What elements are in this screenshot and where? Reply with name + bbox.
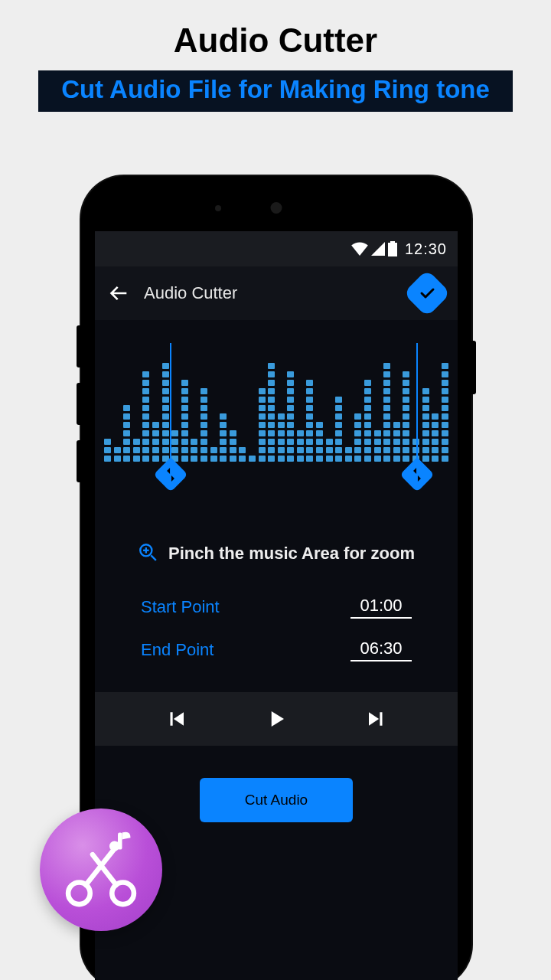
battery-icon xyxy=(388,241,397,256)
start-point-label: Start Point xyxy=(141,597,220,617)
waveform-bar xyxy=(201,388,207,462)
cut-audio-button[interactable]: Cut Audio xyxy=(200,778,353,822)
svg-rect-0 xyxy=(390,241,395,243)
start-point-row: Start Point 01:00 xyxy=(141,596,412,619)
svg-rect-1 xyxy=(388,243,397,256)
waveform-bar xyxy=(326,439,333,462)
waveform-bar xyxy=(104,439,111,462)
waveform-bar xyxy=(345,447,352,462)
waveform-bar xyxy=(181,380,188,462)
waveform-bar xyxy=(210,447,217,462)
waveform-bar xyxy=(354,413,361,462)
svg-rect-11 xyxy=(118,833,122,850)
waveform-bar xyxy=(142,371,149,462)
app-bar: Audio Cutter xyxy=(95,266,458,320)
app-badge-icon xyxy=(40,808,162,931)
waveform-bar xyxy=(316,422,323,462)
end-point-label: End Point xyxy=(141,640,214,660)
waveform-bar xyxy=(249,456,256,462)
wifi-icon xyxy=(351,242,368,256)
waveform-bar xyxy=(230,430,236,462)
waveform-bar xyxy=(171,430,178,462)
waveform-bar xyxy=(442,363,448,462)
waveform-bar xyxy=(297,430,304,462)
start-point-value[interactable]: 01:00 xyxy=(350,596,412,619)
status-bar: 12:30 xyxy=(95,231,458,266)
play-button[interactable] xyxy=(265,707,288,730)
back-button[interactable] xyxy=(109,283,130,304)
phone-sensor xyxy=(215,205,221,211)
app-bar-title: Audio Cutter xyxy=(144,283,410,303)
waveform-bar xyxy=(383,363,390,462)
waveform-bar xyxy=(259,388,266,462)
waveform-bar xyxy=(239,447,246,462)
waveform-bar xyxy=(152,422,159,462)
playback-controls xyxy=(95,692,458,746)
waveform-bar xyxy=(268,363,275,462)
svg-line-3 xyxy=(151,555,156,560)
phone-speaker xyxy=(271,202,282,214)
next-button[interactable] xyxy=(365,707,388,730)
waveform-bar xyxy=(114,447,121,462)
confirm-button[interactable] xyxy=(403,270,451,317)
waveform-bar xyxy=(133,439,140,462)
previous-button[interactable] xyxy=(165,707,187,730)
end-point-value[interactable]: 06:30 xyxy=(350,639,412,662)
waveform-bar xyxy=(287,371,294,462)
waveform-bar xyxy=(123,405,130,462)
trim-points: Start Point 01:00 End Point 06:30 xyxy=(95,596,458,662)
waveform-area[interactable] xyxy=(95,343,458,496)
promo-banner: Cut Audio File for Making Ring tone xyxy=(38,70,513,112)
waveform-bar xyxy=(335,397,342,462)
waveform-bar xyxy=(403,371,409,462)
banner-text: Cut Audio File for Making Ring tone xyxy=(61,75,490,103)
waveform-bar xyxy=(422,388,429,462)
hint-text: Pinch the music Area for zoom xyxy=(168,544,415,564)
trim-handle-start[interactable] xyxy=(170,343,171,473)
waveform-bar xyxy=(374,430,381,462)
page-title: Audio Cutter xyxy=(0,0,551,60)
waveform-bar xyxy=(364,380,371,462)
zoom-hint: Pinch the music Area for zoom xyxy=(95,542,458,565)
waveform-bar xyxy=(162,363,169,462)
status-time: 12:30 xyxy=(405,240,447,258)
signal-icon xyxy=(371,242,385,256)
end-point-row: End Point 06:30 xyxy=(141,639,412,662)
waveform-bar xyxy=(191,439,197,462)
waveform-bar xyxy=(432,413,439,462)
waveform-bar xyxy=(306,380,313,462)
waveform-bar xyxy=(220,413,227,462)
zoom-in-icon xyxy=(138,542,158,565)
waveform-bar xyxy=(278,413,285,462)
waveform-bar xyxy=(393,422,400,462)
trim-handle-end[interactable] xyxy=(416,343,418,473)
